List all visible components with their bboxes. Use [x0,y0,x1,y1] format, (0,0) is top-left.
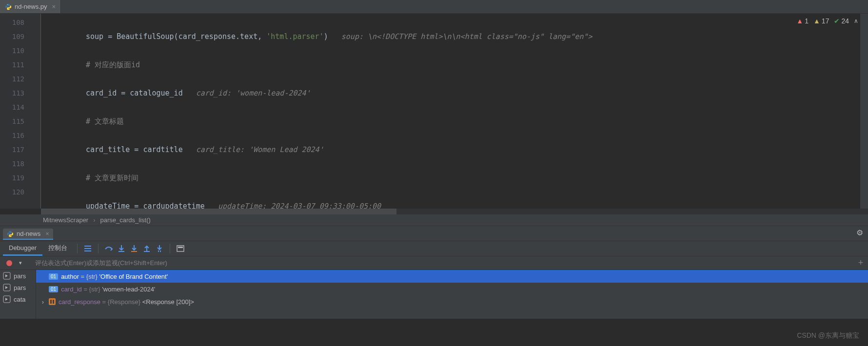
frame-label: cata [14,296,26,303]
code-area[interactable]: soup = BeautifulSoup(card_response.text,… [41,14,868,209]
watermark-text: CSDN @东离与糖宝 [797,331,859,340]
editor-scrollbar[interactable] [860,14,868,209]
separator [98,244,99,253]
line-number: 115 [0,115,24,129]
code-editor[interactable]: 108 109 110 111 112 113 114 115 116 117 … [0,14,868,209]
evaluate-watch-row: ▾ 评估表达式(Enter)或添加监视(Ctrl+Shift+Enter) + [0,256,868,270]
variable-type: = {str} [82,286,102,293]
frame-item[interactable]: cata [0,293,36,305]
editor-tab-nd-news[interactable]: nd-news.py × [0,0,61,13]
breadcrumb-method[interactable]: parse_cards_list() [100,216,151,224]
svg-rect-14 [50,300,52,304]
gutter-edge [29,14,41,209]
tab-debugger[interactable]: Debugger [3,241,42,256]
editor-horizontal-scrollbar[interactable] [41,209,868,214]
variable-name: card_response [59,298,100,306]
variable-value: 'Office of Brand Content' [99,273,168,280]
debugger-tab-row: Debugger 控制台 [0,241,868,256]
editor-tab-bar: nd-news.py × [0,0,868,14]
variable-value: 'women-lead-2024' [102,286,155,293]
object-badge-icon [49,298,56,305]
step-into-button[interactable] [115,242,128,255]
svg-rect-15 [53,300,54,304]
svg-rect-5 [118,251,124,252]
error-count: 1 [805,17,809,25]
line-number: 111 [0,58,24,72]
inspection-indicators[interactable]: ▲1 ▲17 ✔24 ∧ [796,17,858,25]
restart-frame-icon [3,295,11,303]
line-number: 120 [0,185,24,199]
debug-tool-window: nd-news × ⚙ Debugger 控制台 ▾ 评估表达式(Enter)或… [0,226,868,319]
frame-item[interactable]: pars [0,282,36,293]
variables-pane[interactable]: 01 author = {str} 'Office of Brand Conte… [36,270,868,319]
variable-value: <Response [200]> [142,298,194,306]
breadcrumb-class[interactable]: MitnewsScraper [43,216,88,224]
python-run-icon [7,231,14,237]
check-icon: ✔ [834,17,840,25]
breakpoint-icon[interactable] [6,260,12,266]
breadcrumb: MitnewsScraper › parse_cards_list() [0,214,868,226]
code-line: card_title = cardtitle card_title: 'Wome… [41,143,868,157]
line-number: 116 [0,129,24,143]
variable-row[interactable]: › card_response = {Response} <Response [… [36,295,868,308]
restart-frame-icon [3,272,11,280]
separator [77,244,78,253]
debugger-panes: pars pars cata 01 author = {str} 'Office… [0,270,868,319]
frames-icon[interactable] [81,242,94,255]
close-icon[interactable]: × [52,3,56,10]
debug-run-tab-row: nd-news × ⚙ [0,226,868,241]
chevron-right-icon: › [93,216,95,224]
svg-rect-9 [178,247,183,248]
svg-rect-13 [49,298,56,305]
frame-item[interactable]: pars [0,270,36,282]
expand-icon[interactable]: › [40,298,46,306]
evaluate-expression-button[interactable] [174,242,187,255]
chevron-down-icon[interactable]: ▾ [19,260,22,266]
svg-point-1 [9,9,9,9]
line-number: 109 [0,30,24,44]
line-number: 114 [0,100,24,115]
frames-pane[interactable]: pars pars cata [0,270,36,319]
svg-rect-7 [144,251,150,252]
restart-frame-icon [3,284,11,291]
step-into-my-code-button[interactable] [128,242,140,255]
line-number: 112 [0,72,24,86]
line-number: 110 [0,44,24,58]
line-gutter: 108 109 110 111 112 113 114 115 116 117 … [0,14,29,209]
python-file-icon [5,3,12,10]
close-icon[interactable]: × [45,230,49,237]
gear-icon[interactable]: ⚙ [856,228,863,237]
run-to-cursor-button[interactable] [153,242,166,255]
code-line: updateTime = cardupdatetime updateTime: … [41,199,868,209]
step-out-button[interactable] [140,242,153,255]
warning-count: 17 [822,17,829,25]
line-number: 117 [0,143,24,157]
str-badge-icon: 01 [49,273,58,280]
frame-label: pars [14,284,26,291]
frame-label: pars [14,272,26,280]
variable-type: = {Response} [100,298,142,306]
ok-count: 24 [841,17,849,25]
warning-icon: ▲ [813,17,820,25]
svg-point-0 [7,4,8,4]
error-icon: ▲ [796,17,803,25]
scrollbar-thumb[interactable] [41,209,396,214]
chevron-up-icon[interactable]: ∧ [854,18,858,24]
line-number: 119 [0,171,24,185]
eval-left-controls: ▾ [0,260,28,266]
line-number: 113 [0,86,24,100]
variable-row[interactable]: 01 author = {str} 'Office of Brand Conte… [36,270,868,283]
debug-run-tab-label: nd-news [17,230,40,237]
tab-console[interactable]: 控制台 [42,241,73,257]
step-over-button[interactable] [102,242,115,255]
variable-name: card_id [61,286,82,293]
line-number: 118 [0,157,24,171]
variable-row[interactable]: 01 card_id = {str} 'women-lead-2024' [36,283,868,295]
code-line: # 文章更新时间 [41,171,868,185]
editor-tab-label: nd-news.py [15,3,47,10]
str-badge-icon: 01 [49,286,58,292]
add-watch-icon[interactable]: + [853,258,868,268]
evaluate-input[interactable]: 评估表达式(Enter)或添加监视(Ctrl+Shift+Enter) [28,259,853,268]
line-number: 108 [0,16,24,30]
debug-run-tab[interactable]: nd-news × [3,229,53,240]
